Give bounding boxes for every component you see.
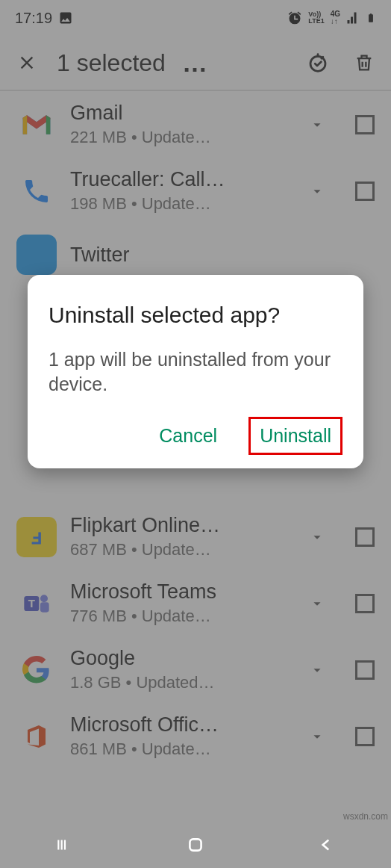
watermark: wsxdn.com (343, 811, 388, 822)
back-icon (316, 835, 336, 855)
dialog-body: 1 app will be uninstalled from your devi… (49, 347, 342, 398)
dialog-title: Uninstall selected app? (49, 300, 342, 331)
android-nav-bar (0, 825, 391, 868)
recents-icon (55, 835, 75, 855)
home-icon (186, 835, 205, 855)
uninstall-button[interactable]: Uninstall (248, 417, 342, 455)
uninstall-dialog: Uninstall selected app? 1 app will be un… (28, 275, 363, 468)
nav-back-button[interactable] (316, 835, 336, 858)
nav-recents-button[interactable] (55, 835, 75, 858)
svg-rect-5 (190, 839, 201, 850)
cancel-button[interactable]: Cancel (154, 419, 222, 453)
nav-home-button[interactable] (186, 835, 205, 858)
modal-scrim[interactable]: Uninstall selected app? 1 app will be un… (0, 0, 391, 868)
